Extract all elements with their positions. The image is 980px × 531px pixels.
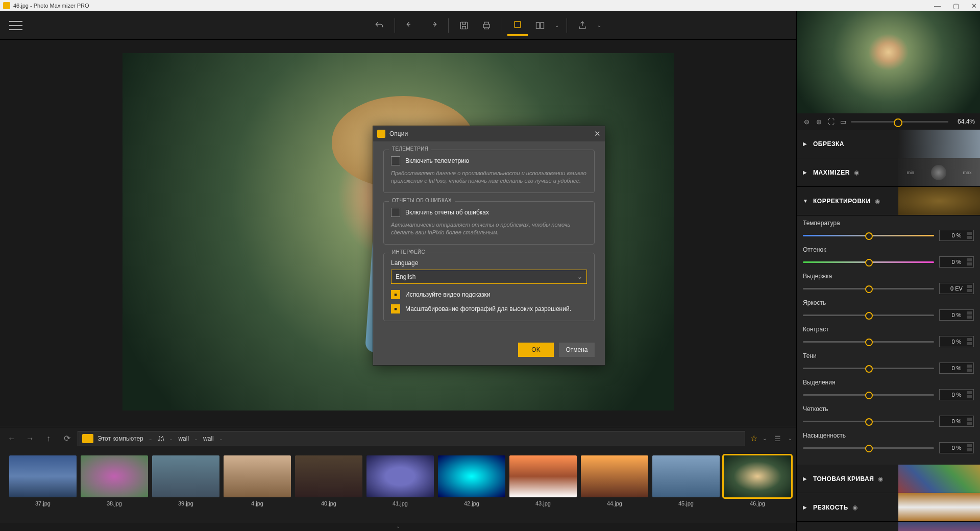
- svg-rect-0: [460, 22, 467, 29]
- chevron-down-icon: ▼: [803, 198, 808, 204]
- chevron-right-icon: ▶: [803, 504, 808, 510]
- adjustment-value[interactable]: 0 EV: [939, 283, 974, 294]
- checkbox-icon[interactable]: [391, 156, 400, 165]
- preview-zoom-slider[interactable]: [851, 121, 948, 123]
- adjustment-slider[interactable]: [803, 235, 934, 236]
- app-icon: [3, 2, 10, 9]
- undo2-button[interactable]: [400, 15, 421, 36]
- nav-forward-button[interactable]: →: [22, 431, 38, 446]
- view-split-button[interactable]: [530, 15, 550, 36]
- checkbox-icon[interactable]: [391, 208, 400, 217]
- adjustment-row: Контраст0 %: [803, 326, 974, 347]
- filmstrip: 37.jpg38.jpg39.jpg4.jpg40.jpg41.jpg42.jp…: [0, 449, 796, 523]
- adjustment-slider[interactable]: [803, 315, 934, 316]
- zoom-in-icon[interactable]: ⊕: [814, 117, 823, 126]
- thumbnail-image: [652, 455, 720, 497]
- section-noise[interactable]: ▶ ПОДАВЛЕНИЕ ШУМА ◉: [797, 522, 980, 531]
- dialog-close-button[interactable]: ✕: [594, 129, 601, 138]
- cancel-button[interactable]: Отмена: [559, 343, 595, 357]
- thumbnail[interactable]: 42.jpg: [438, 455, 505, 506]
- adjustment-label: Четкость: [803, 405, 974, 413]
- nav-up-button[interactable]: ↑: [41, 431, 56, 446]
- section-adjustments[interactable]: ▼ КОРРЕКТИРОВКИ ◉: [797, 187, 980, 215]
- adjustment-value[interactable]: 0 %: [939, 309, 974, 321]
- adjustment-value[interactable]: 0 %: [939, 416, 974, 427]
- adjustment-slider[interactable]: [803, 394, 934, 396]
- thumbnail[interactable]: 4.jpg: [224, 455, 291, 506]
- section-maximizer[interactable]: ▶ MAXIMIZER ◉ minmax: [797, 158, 980, 187]
- nav-refresh-button[interactable]: ⟳: [59, 431, 75, 446]
- adjustment-row: Температура0 %: [803, 220, 974, 241]
- preview-zoom-value: 64.4%: [951, 118, 975, 125]
- adjustment-value[interactable]: 0 %: [939, 389, 974, 400]
- thumbnail[interactable]: 39.jpg: [152, 455, 219, 506]
- window-minimize-icon[interactable]: —: [934, 2, 941, 10]
- print-button[interactable]: [476, 15, 497, 36]
- checkbox-icon[interactable]: [391, 304, 400, 313]
- adjustment-slider[interactable]: [803, 288, 934, 289]
- telemetry-checkbox-row[interactable]: Включить телеметрию: [391, 156, 587, 165]
- thumbnail[interactable]: 44.jpg: [581, 455, 648, 506]
- thumbnail[interactable]: 37.jpg: [9, 455, 77, 506]
- title-file: 46.jpg: [13, 3, 29, 9]
- zoom-out-icon[interactable]: ⊖: [802, 117, 811, 126]
- ok-button[interactable]: OK: [518, 343, 554, 357]
- window-close-icon[interactable]: ✕: [971, 2, 977, 10]
- favorite-icon[interactable]: ☆: [750, 433, 757, 443]
- breadcrumb-input[interactable]: Этот компьютер⌄ J:\⌄ wall⌄ wall⌄: [78, 431, 745, 446]
- thumbnail-caption: 46.jpg: [750, 500, 765, 506]
- thumbnail-image: [224, 455, 291, 497]
- eye-icon: ◉: [878, 475, 883, 482]
- folder-icon: [82, 434, 93, 443]
- section-tone-curve[interactable]: ▶ ТОНОВАЯ КРИВАЯ ◉: [797, 465, 980, 493]
- menu-button[interactable]: [9, 21, 22, 30]
- scale-checkbox-row[interactable]: Масштабирование фотографий для высоких р…: [391, 304, 587, 313]
- save-button[interactable]: [454, 15, 474, 36]
- dialog-titlebar[interactable]: Опции ✕: [373, 126, 605, 141]
- adjustment-value[interactable]: 0 %: [939, 363, 974, 374]
- thumbnail-caption: 39.jpg: [178, 500, 193, 506]
- nav-back-button[interactable]: ←: [4, 431, 19, 446]
- redo-button[interactable]: [423, 15, 443, 36]
- undo-button[interactable]: [369, 15, 389, 36]
- svg-rect-1: [483, 24, 489, 28]
- adjustment-value[interactable]: 0 %: [939, 442, 974, 453]
- adjustment-value[interactable]: 0 %: [939, 336, 974, 347]
- view-dropdown[interactable]: ⌄: [788, 436, 792, 441]
- adjustment-value[interactable]: 0 %: [939, 256, 974, 268]
- thumbnail[interactable]: 46.jpg: [724, 455, 791, 506]
- adjustment-slider[interactable]: [803, 421, 934, 422]
- view-mode-button[interactable]: ☰: [770, 431, 785, 446]
- section-sharpness[interactable]: ▶ РЕЗКОСТЬ ◉: [797, 493, 980, 522]
- view-dropdown[interactable]: ⌄: [552, 15, 561, 36]
- view-single-button[interactable]: [507, 15, 528, 36]
- actual-icon[interactable]: ▭: [839, 117, 848, 126]
- window-maximize-icon[interactable]: ▢: [953, 2, 959, 10]
- adjustment-value[interactable]: 0 %: [939, 230, 974, 241]
- thumbnail[interactable]: 45.jpg: [652, 455, 720, 506]
- adjustment-label: Оттенок: [803, 246, 974, 253]
- tips-checkbox-row[interactable]: Используйте видео подсказки: [391, 290, 587, 299]
- errors-checkbox-row[interactable]: Включить отчеты об ошибках: [391, 208, 587, 217]
- adjustment-slider[interactable]: [803, 447, 934, 449]
- options-dialog: Опции ✕ ТЕЛЕМЕТРИЯ Включить телеметрию П…: [373, 126, 605, 366]
- preview-image[interactable]: [797, 11, 980, 113]
- adjustment-label: Яркость: [803, 299, 974, 306]
- adjustment-slider[interactable]: [803, 368, 934, 369]
- svg-rect-4: [541, 22, 544, 29]
- thumbnail[interactable]: 38.jpg: [81, 455, 148, 506]
- language-select[interactable]: English: [391, 270, 587, 284]
- filmstrip-collapse[interactable]: ⌄: [0, 523, 796, 531]
- share-button[interactable]: [572, 15, 593, 36]
- thumbnail[interactable]: 43.jpg: [509, 455, 577, 506]
- share-dropdown[interactable]: ⌄: [595, 15, 604, 36]
- adjustment-row: Выдержка0 EV: [803, 273, 974, 294]
- section-crop[interactable]: ▶ ОБРЕЗКА: [797, 130, 980, 158]
- fit-icon[interactable]: ⛶: [826, 117, 836, 126]
- fav-dropdown[interactable]: ⌄: [763, 436, 767, 441]
- adjustment-slider[interactable]: [803, 261, 934, 263]
- checkbox-icon[interactable]: [391, 290, 400, 299]
- thumbnail[interactable]: 41.jpg: [366, 455, 434, 506]
- adjustment-slider[interactable]: [803, 341, 934, 343]
- thumbnail[interactable]: 40.jpg: [295, 455, 362, 506]
